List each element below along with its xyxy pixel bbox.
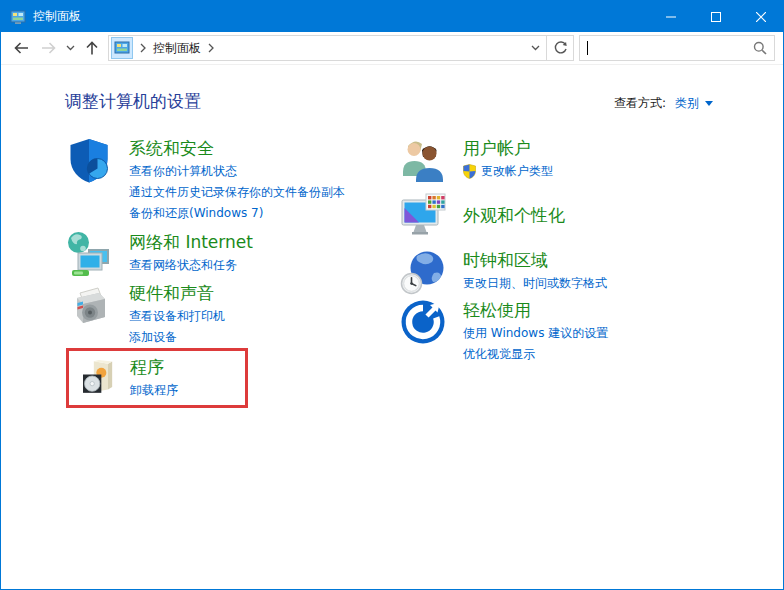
refresh-button[interactable] <box>546 35 574 61</box>
navigation-toolbar: 控制面板 <box>1 32 783 65</box>
maximize-button[interactable] <box>693 1 738 32</box>
up-button[interactable] <box>78 34 106 62</box>
security-shield-icon[interactable] <box>65 136 113 184</box>
category-hardware-sound: 硬件和声音 查看设备和打印机 添加设备 <box>65 281 399 348</box>
chevron-right-icon[interactable] <box>133 43 153 53</box>
chevron-right-icon[interactable] <box>201 43 221 53</box>
search-input[interactable] <box>588 38 753 58</box>
chevron-down-icon <box>705 101 713 106</box>
category-column-right: 用户帐户 更改帐户类型 <box>399 136 729 408</box>
category-column-left: 系统和安全 查看你的计算机状态 通过文件历史记录保存你的文件备份副本 备份和还原… <box>65 136 399 408</box>
category-user-accounts: 用户帐户 更改帐户类型 <box>399 136 729 184</box>
search-box[interactable] <box>579 35 775 61</box>
category-system-security: 系统和安全 查看你的计算机状态 通过文件历史记录保存你的文件备份副本 备份和还原… <box>65 136 399 224</box>
task-link[interactable]: 更改帐户类型 <box>481 161 553 182</box>
highlight-box-programs: 程序 卸载程序 <box>66 348 248 408</box>
window-controls <box>648 1 783 32</box>
category-title-link[interactable]: 系统和安全 <box>129 137 345 159</box>
breadcrumb: 控制面板 <box>108 35 574 61</box>
task-link[interactable]: 查看设备和打印机 <box>129 306 225 327</box>
address-dropdown-icon[interactable] <box>524 45 546 51</box>
category-ease-of-access: 轻松使用 使用 Windows 建议的设置 优化视觉显示 <box>399 298 729 365</box>
task-link[interactable]: 备份和还原(Windows 7) <box>129 203 345 224</box>
close-button[interactable] <box>738 1 783 32</box>
task-link[interactable]: 优化视觉显示 <box>463 344 608 365</box>
category-title-link[interactable]: 网络和 Internet <box>129 231 253 253</box>
programs-box-icon[interactable] <box>78 355 118 399</box>
control-panel-icon <box>10 9 26 25</box>
forward-button[interactable] <box>35 34 63 62</box>
task-link[interactable]: 查看你的计算机状态 <box>129 161 345 182</box>
uac-shield-icon <box>463 164 476 179</box>
task-link[interactable]: 通过文件历史记录保存你的文件备份副本 <box>129 182 345 203</box>
page-title: 调整计算机的设置 <box>65 90 201 113</box>
breadcrumb-location-icon[interactable] <box>111 37 133 59</box>
network-globe-icon[interactable] <box>65 230 113 278</box>
category-clock-region: 时钟和区域 更改日期、时间或数字格式 <box>399 248 729 296</box>
search-icon[interactable] <box>753 41 767 55</box>
category-title-link[interactable]: 用户帐户 <box>463 137 553 159</box>
titlebar: 控制面板 <box>1 1 783 32</box>
task-link[interactable]: 添加设备 <box>129 327 225 348</box>
control-panel-window: 控制面板 <box>0 0 784 590</box>
category-title-link[interactable]: 程序 <box>130 356 178 378</box>
task-link[interactable]: 更改日期、时间或数字格式 <box>463 273 607 294</box>
category-network-internet: 网络和 Internet 查看网络状态和任务 <box>65 230 399 278</box>
category-title-link[interactable]: 时钟和区域 <box>463 249 607 271</box>
category-title-link[interactable]: 外观和个性化 <box>463 204 565 226</box>
task-link[interactable]: 卸载程序 <box>130 380 178 401</box>
user-accounts-icon[interactable] <box>399 136 447 184</box>
category-programs: 程序 卸载程序 <box>130 355 178 401</box>
task-link[interactable]: 查看网络状态和任务 <box>129 255 253 276</box>
appearance-monitor-icon[interactable] <box>399 191 447 239</box>
ease-of-access-icon[interactable] <box>399 298 447 346</box>
view-by-label: 查看方式: <box>614 95 666 112</box>
control-panel-home: 调整计算机的设置 查看方式: 类别 <box>1 65 783 589</box>
minimize-button[interactable] <box>648 1 693 32</box>
view-by-dropdown[interactable]: 类别 <box>675 95 713 112</box>
window-title: 控制面板 <box>33 8 81 25</box>
printer-sound-icon[interactable] <box>65 281 113 329</box>
back-button[interactable] <box>7 34 35 62</box>
recent-pages-dropdown-icon[interactable] <box>63 34 78 62</box>
category-title-link[interactable]: 轻松使用 <box>463 299 608 321</box>
clock-globe-icon[interactable] <box>399 248 447 296</box>
category-appearance-personalization: 外观和个性化 <box>399 191 729 239</box>
category-title-link[interactable]: 硬件和声音 <box>129 282 225 304</box>
breadcrumb-item-control-panel[interactable]: 控制面板 <box>153 40 201 57</box>
task-link[interactable]: 使用 Windows 建议的设置 <box>463 323 608 344</box>
